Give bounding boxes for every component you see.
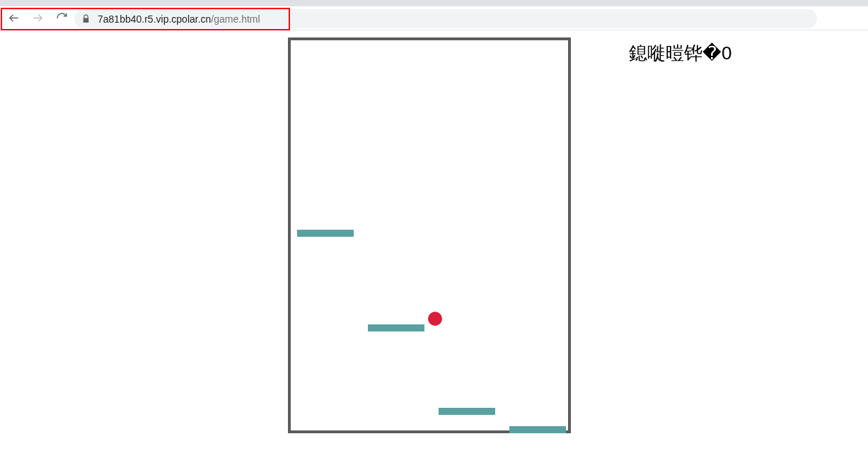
url-path: /game.html bbox=[211, 13, 260, 25]
unknown-glyph: � bbox=[702, 42, 722, 64]
score-display: 鎴嘥暟铧�0 bbox=[629, 41, 731, 66]
reload-icon bbox=[56, 12, 68, 27]
address-bar[interactable]: 7a81bb40.r5.vip.cpolar.cn/game.html bbox=[74, 9, 817, 28]
score-label: 鎴嘥暟铧 bbox=[629, 42, 702, 64]
arrow-right-icon bbox=[32, 12, 44, 27]
tab-strip bbox=[0, 0, 868, 6]
page-body: 鎴嘥暟铧�0 bbox=[0, 30, 868, 470]
platform bbox=[297, 230, 354, 237]
platform bbox=[368, 324, 424, 331]
platform bbox=[509, 426, 566, 433]
platform bbox=[439, 408, 495, 415]
arrow-left-icon bbox=[8, 12, 20, 27]
browser-toolbar: 7a81bb40.r5.vip.cpolar.cn/game.html bbox=[0, 0, 868, 30]
lock-icon bbox=[81, 14, 91, 23]
forward-button[interactable] bbox=[31, 13, 44, 25]
url-host: 7a81bb40.r5.vip.cpolar.cn bbox=[98, 13, 211, 25]
score-value: 0 bbox=[722, 42, 731, 64]
reload-button[interactable] bbox=[55, 13, 68, 25]
player-ball bbox=[428, 312, 442, 326]
game-canvas[interactable] bbox=[288, 37, 571, 433]
back-button[interactable] bbox=[7, 13, 20, 25]
